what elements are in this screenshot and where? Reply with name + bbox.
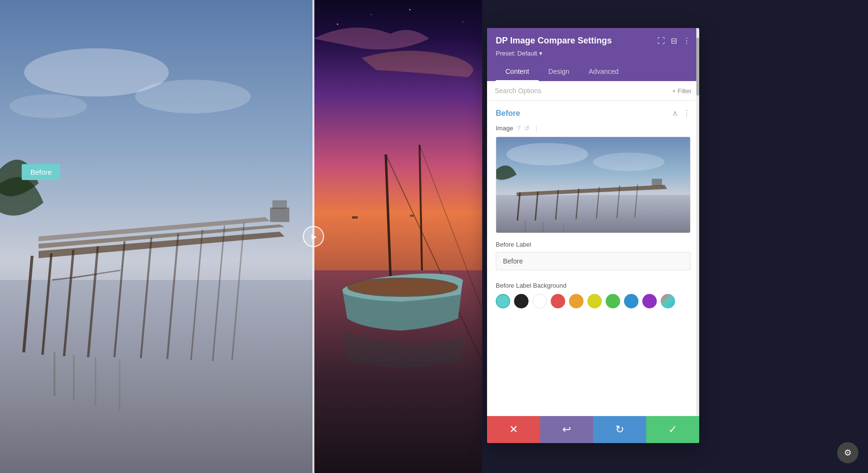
divider-handle[interactable] [303,226,324,247]
before-label-badge: Before [22,164,60,180]
color-swatch-black[interactable] [514,294,529,308]
after-image [313,0,482,473]
panel-title: DP Image Compare Settings [496,36,612,46]
svg-rect-38 [410,215,414,217]
reset-icon[interactable]: ↺ [524,125,529,132]
color-swatches [496,294,691,308]
color-swatch-red[interactable] [551,294,565,308]
color-swatch-teal[interactable] [496,294,510,308]
color-swatch-white[interactable] [532,294,547,308]
bottom-toolbar: ✕ ↩ ↻ ✓ [487,416,699,443]
preset-chevron: ▾ [539,50,542,57]
scrollbar-thumb[interactable] [696,38,699,96]
search-input[interactable] [495,87,668,95]
tab-advanced[interactable]: Advanced [579,63,628,81]
preset-label: Preset: Default [496,50,537,57]
panel-header: DP Image Compare Settings ⛶ ⊟ ⋮ Preset: … [487,28,699,81]
search-bar: + Filter [487,81,699,101]
color-swatch-yellow[interactable] [587,294,602,308]
collapse-icon[interactable]: ∧ [672,109,678,118]
filter-button[interactable]: + Filter [672,87,692,95]
svg-point-34 [409,9,411,11]
svg-rect-50 [652,179,662,186]
help-icon[interactable]: ? [517,125,520,132]
settings-panel: DP Image Compare Settings ⛶ ⊟ ⋮ Preset: … [487,28,699,443]
gear-fab[interactable]: ⚙ [837,442,858,463]
before-label-bg-heading: Before Label Background [496,282,691,289]
color-swatch-orange[interactable] [569,294,583,308]
color-swatch-blue[interactable] [624,294,638,308]
image-field-label: Image [496,125,513,132]
color-swatch-green[interactable] [606,294,620,308]
image-more-icon[interactable]: ⋮ [533,125,540,132]
before-image: Before [0,0,313,473]
section-controls: ∧ ⋮ [672,109,691,118]
focus-icon[interactable]: ⛶ [657,37,665,45]
section-title-before: Before [496,109,520,118]
svg-point-35 [462,21,463,22]
svg-rect-22 [270,208,289,222]
before-section: Before ∧ ⋮ Image ? ↺ ⋮ [487,101,699,316]
scrollbar-track [696,28,699,416]
undo-button[interactable]: ↩ [540,416,593,443]
tab-content[interactable]: Content [496,63,539,81]
svg-point-4 [10,94,87,118]
panel-body: + Filter Before ∧ ⋮ Image ? ↺ ⋮ [487,81,699,416]
more-icon[interactable]: ⋮ [683,36,691,45]
svg-point-3 [135,80,251,113]
before-label-input[interactable] [496,252,691,270]
panel-title-icons: ⛶ ⊟ ⋮ [657,36,691,45]
panel-tabs: Content Design Advanced [496,63,691,81]
image-compare-area: Before [0,0,482,473]
columns-icon[interactable]: ⊟ [671,36,677,45]
section-more-icon[interactable]: ⋮ [683,109,691,118]
before-label-field-heading: Before Label [496,241,691,248]
color-swatch-gradient[interactable] [661,294,675,308]
image-thumbnail[interactable] [496,137,691,233]
preset-selector[interactable]: Preset: Default ▾ [496,50,691,57]
svg-rect-37 [352,216,358,219]
image-field-label-row: Image ? ↺ ⋮ [496,125,691,132]
svg-point-41 [506,143,588,166]
tab-design[interactable]: Design [539,63,579,81]
before-label-bg-section: Before Label Background [496,282,691,308]
svg-point-42 [593,153,665,171]
cancel-button[interactable]: ✕ [487,416,540,443]
svg-rect-23 [272,200,287,209]
save-button[interactable]: ✓ [646,416,699,443]
redo-button[interactable]: ↻ [593,416,646,443]
svg-point-31 [350,280,456,294]
color-swatch-purple[interactable] [642,294,657,308]
svg-point-32 [337,24,339,25]
section-header: Before ∧ ⋮ [496,109,691,118]
svg-point-33 [371,14,372,15]
